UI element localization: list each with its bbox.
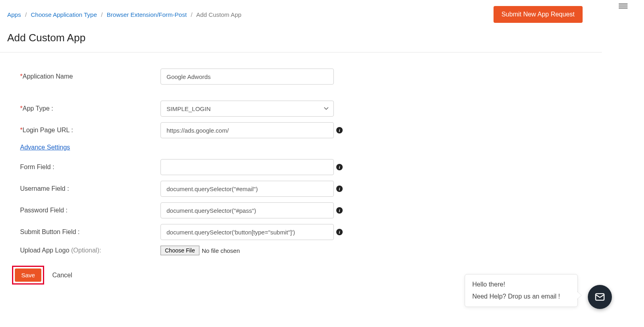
login-url-input[interactable] [160,122,334,138]
no-file-text: No file chosen [202,247,240,254]
app-name-label: *Application Name [20,73,160,80]
choose-file-button[interactable]: Choose File [160,246,199,255]
breadcrumb-apps[interactable]: Apps [7,11,21,18]
app-type-label: *App Type : [20,105,160,112]
info-icon[interactable]: i [336,164,343,170]
info-icon[interactable]: i [336,186,343,192]
info-icon[interactable]: i [336,127,343,133]
app-type-select[interactable]: SIMPLE_LOGIN [160,101,334,117]
submit-field-label: Submit Button Field : [20,228,160,236]
form-field-label: Form Field : [20,164,160,171]
mail-icon [594,291,605,303]
form-field-input[interactable] [160,159,334,175]
cancel-button[interactable]: Cancel [52,272,72,279]
password-field-label: Password Field : [20,207,160,214]
info-icon[interactable]: i [336,229,343,235]
upload-logo-label: Upload App Logo (Optional): [20,247,160,254]
save-button[interactable]: Save [15,268,41,282]
info-icon[interactable]: i [336,207,343,214]
chat-fab-button[interactable] [588,285,612,309]
submit-field-input[interactable] [160,224,334,240]
username-field-label: Username Field : [20,185,160,192]
breadcrumb: Apps / Choose Application Type / Browser… [7,11,242,18]
breadcrumb-choose-type[interactable]: Choose Application Type [31,11,97,18]
advance-settings-link[interactable]: Advance Settings [20,144,70,151]
app-name-input[interactable] [160,69,334,85]
page-title: Add Custom App [7,32,602,44]
chat-line2: Need Help? Drop us an email ! [472,293,570,300]
chat-help-bubble: Hello there! Need Help? Drop us an email… [465,274,578,307]
breadcrumb-browser-ext[interactable]: Browser Extension/Form-Post [107,11,187,18]
password-field-input[interactable] [160,202,334,218]
login-url-label: *Login Page URL : [20,127,160,134]
chat-line1: Hello there! [472,281,570,288]
username-field-input[interactable] [160,181,334,197]
submit-new-app-button[interactable]: Submit New App Request [494,6,583,23]
save-highlight: Save [12,266,44,285]
hamburger-menu-icon[interactable] [619,2,628,10]
breadcrumb-current: Add Custom App [196,11,242,18]
